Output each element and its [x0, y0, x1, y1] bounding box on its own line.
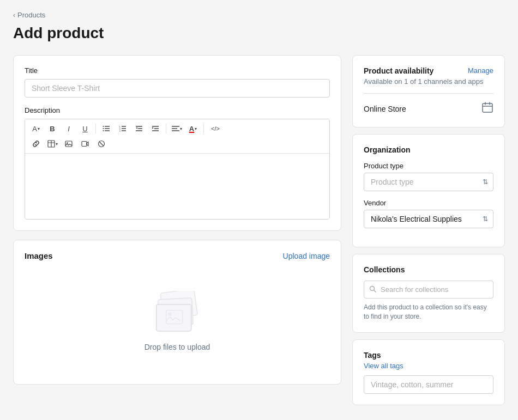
organization-card: Organization Product type Product type ⇅…	[352, 134, 505, 247]
upload-image-link[interactable]: Upload image	[283, 252, 330, 260]
underline-button[interactable]: U	[77, 121, 93, 136]
collections-search-wrapper	[364, 281, 493, 299]
svg-rect-33	[156, 305, 191, 331]
sidebar-column: Product availability Manage Available on…	[352, 55, 505, 405]
separator-2	[166, 124, 166, 133]
main-column: Title Description A B I U	[13, 55, 341, 385]
drop-zone[interactable]: Drop files to upload	[25, 269, 330, 373]
availability-subtitle: Available on 1 of 1 channels and apps	[364, 77, 493, 86]
organization-title: Organization	[364, 145, 493, 154]
vendor-select-wrapper: Nikola's Electrical Supplies ⇅	[364, 210, 493, 228]
toolbar-row-2	[28, 137, 326, 151]
svg-rect-36	[483, 104, 492, 112]
drop-zone-text: Drop files to upload	[144, 343, 210, 351]
collections-hint: Add this product to a collection so it's…	[364, 303, 493, 321]
svg-rect-28	[82, 142, 87, 147]
search-icon	[369, 285, 376, 294]
font-button[interactable]: A	[28, 121, 44, 136]
separator-3	[203, 124, 204, 133]
svg-line-30	[99, 142, 104, 146]
availability-header: Product availability Manage	[364, 66, 493, 75]
svg-marker-19	[152, 127, 154, 129]
product-type-select-wrapper: Product type ⇅	[364, 173, 493, 191]
product-details-card: Title Description A B I U	[13, 55, 341, 231]
align-button[interactable]	[169, 121, 184, 136]
title-label: Title	[25, 66, 330, 75]
svg-rect-26	[65, 141, 72, 147]
chevron-left-icon: ‹	[13, 11, 15, 19]
ordered-list-button[interactable]: 1.2.3.	[115, 121, 130, 136]
vendor-label: Vendor	[364, 199, 493, 207]
calendar-icon[interactable]	[481, 101, 493, 116]
svg-point-35	[168, 312, 172, 316]
unordered-list-button[interactable]	[99, 121, 114, 136]
product-type-group: Product type Product type ⇅	[364, 162, 493, 191]
source-code-button[interactable]: </>	[207, 121, 224, 136]
collections-card: Collections Add this product to a collec…	[352, 254, 505, 333]
tags-card: Tags View all tags	[352, 339, 505, 405]
bold-button[interactable]: B	[45, 121, 60, 136]
images-header: Images Upload image	[25, 251, 330, 260]
breadcrumb: ‹ Products	[13, 11, 505, 19]
svg-point-4	[103, 128, 104, 129]
svg-point-5	[103, 130, 104, 131]
page-title: Add product	[13, 25, 505, 42]
online-store-row: Online Store	[364, 101, 493, 116]
vendor-group: Vendor Nikola's Electrical Supplies ⇅	[364, 199, 493, 228]
editor-body[interactable]	[25, 154, 329, 219]
toolbar-row-1: A B I U 1.2.3.	[28, 121, 326, 136]
title-input[interactable]	[25, 79, 330, 98]
availability-divider	[364, 93, 493, 94]
breadcrumb-link[interactable]: Products	[17, 11, 45, 19]
svg-line-41	[374, 290, 376, 292]
availability-card: Product availability Manage Available on…	[352, 55, 505, 127]
separator-1	[95, 124, 96, 133]
vendor-select[interactable]: Nikola's Electrical Supplies	[364, 210, 493, 228]
images-title: Images	[25, 251, 53, 260]
table-button[interactable]	[45, 137, 60, 151]
availability-title: Product availability	[364, 66, 433, 75]
indent-decrease-button[interactable]	[131, 121, 147, 136]
manage-link[interactable]: Manage	[468, 66, 493, 75]
collections-search-input[interactable]	[364, 281, 493, 299]
italic-button[interactable]: I	[61, 121, 76, 136]
image-button[interactable]	[61, 137, 76, 151]
svg-marker-15	[136, 127, 137, 129]
images-card: Images Upload image	[13, 240, 341, 385]
product-type-select[interactable]: Product type	[364, 173, 493, 191]
link-button[interactable]	[28, 137, 44, 151]
product-type-label: Product type	[364, 162, 493, 170]
svg-point-27	[67, 142, 68, 143]
svg-point-3	[103, 126, 104, 127]
tags-input[interactable]	[364, 375, 493, 394]
tags-title: Tags	[364, 351, 493, 360]
editor-toolbar: A B I U 1.2.3.	[25, 119, 329, 154]
video-button[interactable]	[77, 137, 93, 151]
svg-text:3.: 3.	[119, 130, 121, 132]
online-store-label: Online Store	[364, 105, 406, 113]
collections-title: Collections	[364, 265, 493, 274]
description-label: Description	[25, 106, 330, 114]
drop-zone-icon	[150, 291, 204, 336]
block-button[interactable]	[94, 137, 109, 151]
description-editor: A B I U 1.2.3.	[25, 119, 330, 220]
indent-increase-button[interactable]	[148, 121, 163, 136]
text-color-button[interactable]: A	[185, 121, 201, 136]
view-all-tags-link[interactable]: View all tags	[364, 362, 493, 370]
